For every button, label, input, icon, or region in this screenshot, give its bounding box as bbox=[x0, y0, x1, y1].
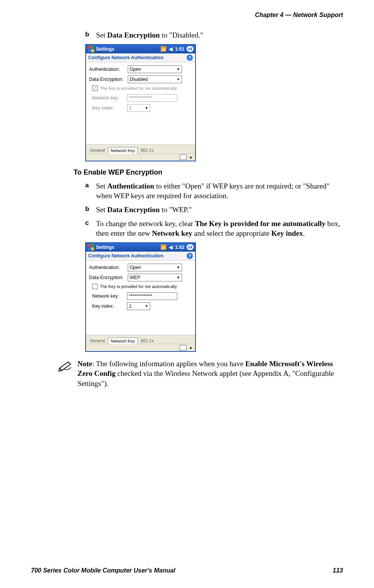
chevron-down-icon: ▼ bbox=[177, 67, 180, 71]
combo-value: Open bbox=[130, 67, 141, 72]
tab-general[interactable]: General bbox=[87, 338, 107, 344]
step-text: Set Data Encryption to "WEP." bbox=[96, 205, 343, 215]
tab-8021x[interactable]: 802.1x bbox=[139, 147, 156, 153]
section-heading: To Enable WEP Encryption bbox=[74, 168, 343, 177]
tab-8021x[interactable]: 802.1x bbox=[139, 338, 156, 344]
tab-bar: General Network Key 802.1x bbox=[86, 335, 195, 344]
encryption-combo[interactable]: WEP▼ bbox=[128, 274, 182, 281]
b: Authentication bbox=[107, 182, 154, 190]
chevron-down-icon: ▼ bbox=[145, 106, 148, 110]
key-index-combo[interactable]: 1▼ bbox=[127, 302, 150, 310]
t: : The following information applies when… bbox=[92, 360, 245, 368]
combo-value: WEP bbox=[130, 275, 140, 280]
key-index-label: Key index: bbox=[89, 303, 127, 309]
step-text: To change the network key, clear The Key… bbox=[96, 219, 343, 238]
b: Data Encryption bbox=[107, 31, 160, 39]
ok-button[interactable]: ok bbox=[187, 244, 194, 250]
chevron-down-icon: ▼ bbox=[145, 304, 148, 308]
dialog-body: Authentication: Open▼ Data Encryption: W… bbox=[86, 261, 195, 335]
dialog-title: Configure Network Authentication ? bbox=[86, 53, 195, 62]
sip-up-icon[interactable]: ▲ bbox=[189, 155, 193, 159]
b: Network key bbox=[152, 229, 192, 237]
footer-left: 700 Series Color Mobile Computer User's … bbox=[31, 567, 175, 574]
auto-key-label: The Key is provided for me automatically bbox=[100, 284, 177, 289]
t: Set bbox=[96, 31, 107, 39]
combo-value: 1 bbox=[129, 105, 132, 111]
window-titlebar: Settings 📶 ◀ 1:52 ok bbox=[86, 243, 195, 252]
speaker-icon: ◀ bbox=[169, 244, 173, 250]
chevron-down-icon: ▼ bbox=[177, 77, 180, 81]
combo-value: Open bbox=[130, 265, 141, 270]
window-title: Settings bbox=[96, 245, 160, 250]
b: Key index bbox=[271, 229, 303, 237]
t: to "WEP." bbox=[160, 206, 192, 214]
t: Set bbox=[96, 206, 107, 214]
step-text: Set Data Encryption to "Disabled." bbox=[96, 30, 343, 40]
note-icon bbox=[58, 359, 77, 389]
dialog-body: Authentication: Open▼ Data Encryption: D… bbox=[86, 62, 195, 144]
dialog-title: Configure Network Authentication ? bbox=[86, 252, 195, 261]
clock: 1:51 bbox=[175, 46, 184, 52]
windows-flag-icon bbox=[87, 46, 94, 53]
task-footer: ▲ bbox=[86, 344, 195, 351]
tab-bar: General Network Key 802.1x bbox=[86, 144, 195, 153]
screenshot-disabled-encryption: Settings 📶 ◀ 1:51 ok Configure Network A… bbox=[85, 44, 196, 161]
auto-key-label: The Key is provided for me automatically bbox=[100, 86, 177, 91]
step-b-top: b Set Data Encryption to "Disabled." bbox=[85, 30, 343, 40]
key-index-label: Key index: bbox=[89, 105, 127, 111]
step-marker: c bbox=[85, 219, 96, 238]
keyboard-icon[interactable] bbox=[180, 154, 187, 160]
task-footer: ▲ bbox=[86, 153, 195, 161]
b: Data Encryption bbox=[107, 206, 160, 214]
auto-key-checkbox[interactable] bbox=[92, 86, 98, 91]
step-text: Set Authentication to either "Open" if W… bbox=[96, 181, 343, 201]
help-icon[interactable]: ? bbox=[187, 253, 193, 259]
step-marker: b bbox=[85, 205, 96, 215]
t: Set bbox=[96, 182, 107, 190]
step-marker: a bbox=[85, 181, 96, 201]
network-key-input[interactable]: ************* bbox=[127, 94, 177, 102]
tab-network-key[interactable]: Network Key bbox=[108, 147, 137, 154]
dialog-title-text: Configure Network Authentication bbox=[88, 253, 163, 259]
window-title: Settings bbox=[96, 46, 160, 52]
b: Note bbox=[77, 360, 92, 368]
dialog-title-text: Configure Network Authentication bbox=[88, 55, 163, 60]
sip-up-icon[interactable]: ▲ bbox=[189, 345, 193, 350]
note-text: Note: The following information applies … bbox=[77, 359, 343, 389]
network-key-label: Network key: bbox=[89, 293, 127, 299]
t: To change the network key, clear bbox=[96, 219, 195, 228]
signal-icon: 📶 bbox=[160, 244, 166, 250]
page-header: Chapter 4 — Network Support bbox=[31, 12, 343, 19]
tab-general[interactable]: General bbox=[87, 147, 107, 153]
chevron-down-icon: ▼ bbox=[177, 276, 180, 279]
network-key-label: Network key: bbox=[89, 95, 127, 101]
b: The Key is provided for me automatically bbox=[195, 219, 325, 228]
tab-network-key[interactable]: Network Key bbox=[108, 338, 137, 344]
encryption-label: Data Encryption: bbox=[89, 77, 128, 82]
encryption-label: Data Encryption: bbox=[89, 275, 128, 280]
footer-page-number: 113 bbox=[333, 567, 343, 574]
authentication-combo[interactable]: Open▼ bbox=[128, 65, 182, 73]
chevron-down-icon: ▼ bbox=[177, 266, 180, 269]
t: checked via the Wireless Network applet … bbox=[77, 369, 334, 387]
step-marker: b bbox=[85, 30, 96, 40]
combo-value: 1 bbox=[129, 303, 132, 309]
encryption-combo[interactable]: Disabled▼ bbox=[128, 75, 182, 83]
key-index-combo[interactable]: 1▼ bbox=[127, 104, 150, 112]
authentication-label: Authentication: bbox=[89, 265, 128, 270]
ok-button[interactable]: ok bbox=[187, 46, 194, 52]
keyboard-icon[interactable] bbox=[180, 345, 187, 350]
step-b: b Set Data Encryption to "WEP." bbox=[85, 205, 343, 215]
signal-icon: 📶 bbox=[160, 46, 166, 52]
step-c: c To change the network key, clear The K… bbox=[85, 219, 343, 238]
step-a: a Set Authentication to either "Open" if… bbox=[85, 181, 343, 201]
authentication-combo[interactable]: Open▼ bbox=[128, 264, 182, 271]
auto-key-checkbox[interactable] bbox=[92, 284, 98, 289]
help-icon[interactable]: ? bbox=[187, 55, 193, 61]
network-key-input[interactable]: ************* bbox=[127, 292, 177, 300]
combo-value: Disabled bbox=[130, 77, 148, 82]
t: and select the appropriate bbox=[192, 229, 271, 237]
window-titlebar: Settings 📶 ◀ 1:51 ok bbox=[86, 45, 195, 53]
screenshot-wep-encryption: Settings 📶 ◀ 1:52 ok Configure Network A… bbox=[85, 242, 196, 352]
authentication-label: Authentication: bbox=[89, 67, 128, 72]
